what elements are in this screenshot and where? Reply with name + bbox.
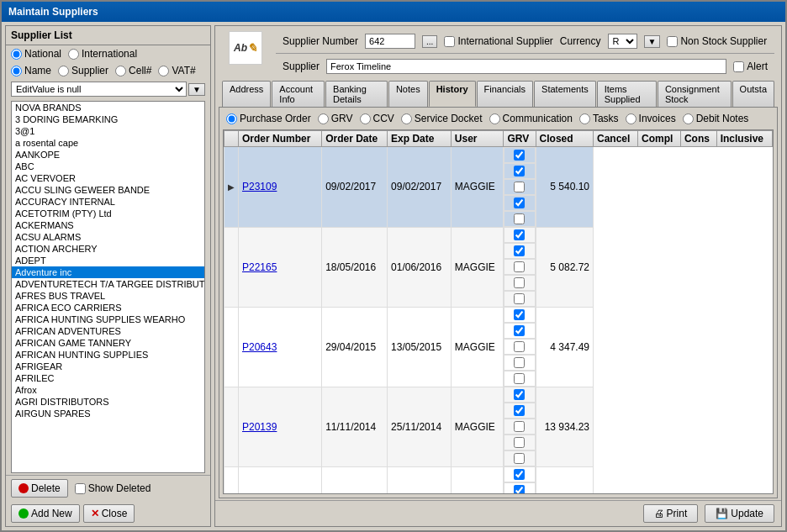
supplier-radio-label[interactable]: Supplier — [58, 65, 108, 76]
supplier-number-dots[interactable]: ... — [422, 35, 437, 48]
row-checkbox[interactable] — [514, 309, 525, 320]
purchase-order-radio[interactable] — [226, 113, 237, 124]
national-radio[interactable] — [11, 49, 22, 60]
invoices-radio-label[interactable]: Invoices — [626, 113, 676, 124]
order-number-cell[interactable]: P20139 — [239, 387, 322, 466]
table-row[interactable]: ▶P2310909/02/201709/02/2017MAGGIE5 540.1… — [224, 147, 773, 228]
supplier-list-item[interactable]: AFRICAN GAME TANNERY — [12, 337, 204, 349]
cell-radio-label[interactable]: Cell# — [115, 65, 151, 76]
update-button[interactable]: 💾 Update — [705, 504, 774, 523]
add-new-button[interactable]: Add New — [11, 504, 80, 523]
tab-address[interactable]: Address — [222, 81, 271, 107]
order-number-cell[interactable]: P20643 — [239, 307, 322, 387]
tasks-radio-label[interactable]: Tasks — [579, 113, 619, 124]
tab-notes[interactable]: Notes — [388, 81, 428, 107]
table-row[interactable]: P2216518/05/201601/06/2016MAGGIE5 082.72 — [224, 227, 773, 307]
supplier-list-item[interactable]: AANKOPE — [12, 149, 204, 161]
grv-radio[interactable] — [318, 113, 329, 124]
intl-supplier-checkbox[interactable] — [444, 36, 455, 47]
row-checkbox[interactable] — [514, 277, 525, 288]
order-number-cell[interactable]: P23109 — [239, 147, 322, 228]
grv-radio-label[interactable]: GRV — [318, 113, 353, 124]
international-radio[interactable] — [68, 49, 79, 60]
ccv-radio[interactable] — [360, 113, 371, 124]
vat-radio[interactable] — [158, 66, 169, 76]
row-checkbox[interactable] — [514, 198, 525, 208]
supplier-list-item[interactable]: Afrox — [12, 384, 204, 396]
order-number-cell[interactable]: P22165 — [239, 227, 322, 307]
non-stock-checkbox[interactable] — [667, 36, 678, 47]
intl-supplier-label[interactable]: International Supplier — [444, 35, 552, 47]
tab-banking-details[interactable]: Banking Details — [325, 81, 388, 107]
supplier-list-item[interactable]: 3 DORING BEMARKING — [12, 113, 204, 125]
history-table-container[interactable]: Order Number Order Date Exp Date User GR… — [223, 129, 774, 494]
row-checkbox[interactable] — [514, 405, 525, 416]
supplier-list-item[interactable]: ACTION ARCHERY — [12, 243, 204, 255]
table-row[interactable]: P2003516/10/201430/10/2014MAGGIE4 790.33 — [224, 466, 773, 494]
show-deleted-checkbox[interactable] — [75, 483, 86, 494]
delete-button[interactable]: Delete — [11, 479, 68, 498]
tasks-radio[interactable] — [579, 113, 590, 124]
name-radio-label[interactable]: Name — [11, 65, 51, 76]
print-button[interactable]: 🖨 Print — [643, 504, 699, 523]
ccv-radio-label[interactable]: CCV — [360, 113, 394, 124]
row-checkbox[interactable] — [514, 357, 525, 368]
row-checkbox[interactable] — [514, 341, 525, 352]
filter-select[interactable]: EditValue is null — [11, 82, 187, 97]
supplier-list-item[interactable]: ACSU ALARMS — [12, 231, 204, 243]
filter-dots-button[interactable]: ▼ — [188, 83, 205, 96]
supplier-list-item[interactable]: AGRI DISTRIBUTORS — [12, 396, 204, 408]
name-radio[interactable] — [11, 66, 22, 76]
supplier-list-item[interactable]: AIRGUN SPARES — [12, 408, 204, 419]
row-checkbox[interactable] — [514, 293, 525, 304]
supplier-list-item[interactable]: ADVENTURETECH T/A TARGEE DISTRIBUT — [12, 278, 204, 290]
row-checkbox[interactable] — [514, 261, 525, 272]
supplier-list-item[interactable]: ACCU SLING GEWEER BANDE — [12, 184, 204, 196]
cell-radio[interactable] — [115, 66, 126, 76]
supplier-list-item[interactable]: ACCURACY INTERNAL — [12, 196, 204, 208]
row-checkbox[interactable] — [514, 389, 525, 400]
row-checkbox[interactable] — [514, 325, 525, 336]
supplier-list-item[interactable]: ACETOTRIM (PTY) Ltd — [12, 208, 204, 219]
supplier-list-item[interactable]: 3@1 — [12, 125, 204, 137]
supplier-list-item[interactable]: AC VERVOER — [12, 172, 204, 184]
service-docket-radio-label[interactable]: Service Docket — [401, 113, 483, 124]
supplier-number-input[interactable] — [365, 34, 415, 49]
table-row[interactable]: P2013911/11/201425/11/2014MAGGIE13 934.2… — [224, 387, 773, 466]
supplier-list-item[interactable]: NOVA BRANDS — [12, 102, 204, 113]
supplier-list-item[interactable]: AFRES BUS TRAVEL — [12, 290, 204, 302]
alert-label[interactable]: Alert — [733, 61, 768, 72]
purchase-order-radio-label[interactable]: Purchase Order — [226, 113, 311, 124]
row-checkbox[interactable] — [514, 182, 525, 192]
international-radio-label[interactable]: International — [68, 48, 137, 60]
supplier-list-item[interactable]: AFRICA HUNTING SUPPLIES WEARHO — [12, 313, 204, 325]
row-checkbox[interactable] — [514, 453, 525, 464]
row-checkbox[interactable] — [514, 485, 525, 494]
non-stock-label[interactable]: Non Stock Supplier — [667, 35, 767, 47]
row-checkbox[interactable] — [514, 213, 525, 224]
row-checkbox[interactable] — [514, 150, 525, 161]
supplier-list-item[interactable]: AFRICAN HUNTING SUPPLIES — [12, 349, 204, 361]
show-deleted-label[interactable]: Show Deleted — [75, 482, 151, 494]
communication-radio-label[interactable]: Communication — [489, 113, 573, 124]
tab-account-info[interactable]: Account Info — [272, 81, 325, 107]
row-checkbox[interactable] — [514, 437, 525, 448]
national-radio-label[interactable]: National — [11, 48, 61, 60]
row-checkbox[interactable] — [514, 373, 525, 384]
row-checkbox[interactable] — [514, 166, 525, 176]
supplier-list-item[interactable]: AFRILEC — [12, 372, 204, 384]
table-row[interactable]: P2064329/04/201513/05/2015MAGGIE4 347.49 — [224, 307, 773, 387]
tab-statements[interactable]: Statements — [534, 81, 596, 107]
debit-notes-radio[interactable] — [683, 113, 694, 124]
supplier-list-item[interactable]: ADEPT — [12, 255, 204, 266]
row-checkbox[interactable] — [514, 421, 525, 432]
communication-radio[interactable] — [489, 113, 500, 124]
order-number-cell[interactable]: P20035 — [239, 466, 322, 494]
supplier-list-item[interactable]: Adventure inc — [12, 266, 204, 278]
supplier-list-item[interactable]: a rosental cape — [12, 137, 204, 149]
supplier-list-item[interactable]: ABC — [12, 161, 204, 172]
debit-notes-radio-label[interactable]: Debit Notes — [683, 113, 749, 124]
tab-consignment-stock[interactable]: Consignment Stock — [658, 81, 732, 107]
supplier-list-item[interactable]: AFRICA ECO CARRIERS — [12, 302, 204, 313]
supplier-radio[interactable] — [58, 66, 69, 76]
